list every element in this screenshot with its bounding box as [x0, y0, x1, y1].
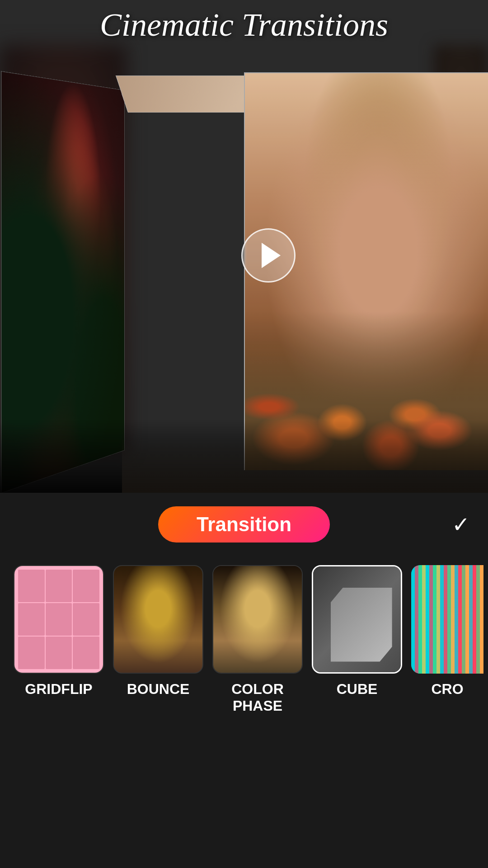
thumb-image-color-phase	[212, 565, 303, 674]
crop-stripes	[411, 565, 483, 674]
thumbnail-bounce[interactable]: BOUNCE	[113, 565, 203, 698]
colorphase-image	[213, 566, 302, 673]
play-icon	[262, 243, 281, 268]
thumb-image-crop	[411, 565, 483, 674]
thumbnail-gridflip[interactable]: GRIDFLIP	[14, 565, 104, 698]
checkmark-icon[interactable]: ✓	[452, 512, 470, 537]
thumb-image-bounce	[113, 565, 203, 674]
cube-image	[313, 566, 401, 672]
play-button[interactable]	[241, 228, 296, 283]
bottom-panel: Transition ✓ GRIDFLIP	[0, 493, 488, 868]
transition-row: Transition ✓	[0, 502, 488, 547]
thumb-label-cube: CUBE	[337, 681, 378, 698]
thumbnail-color-phase[interactable]: COLOR PHASE	[212, 565, 303, 714]
thumb-label-color-phase: COLOR PHASE	[212, 681, 303, 714]
thumbnail-cube[interactable]: CUBE	[312, 565, 402, 698]
thumb-image-cube	[312, 565, 402, 674]
thumb-label-bounce: BOUNCE	[127, 681, 190, 698]
app-header: Cinematic Transitions	[0, 0, 488, 50]
thumb-image-gridflip	[14, 565, 104, 674]
preview-area: Cinematic Transitions	[0, 0, 488, 493]
gridflip-grid	[14, 566, 103, 673]
thumbnail-crop[interactable]: CRO	[411, 565, 483, 698]
cube-reflection	[122, 439, 488, 493]
bounce-image	[114, 566, 202, 673]
app-title: Cinematic Transitions	[100, 6, 388, 44]
thumb-label-crop: CRO	[431, 681, 463, 698]
transition-button[interactable]: Transition	[158, 506, 330, 542]
thumb-label-gridflip: GRIDFLIP	[25, 681, 92, 698]
thumbnails-row: GRIDFLIP BOUNCE COLOR PHASE CUBE	[0, 556, 488, 863]
cube-3d-shape	[331, 588, 392, 662]
